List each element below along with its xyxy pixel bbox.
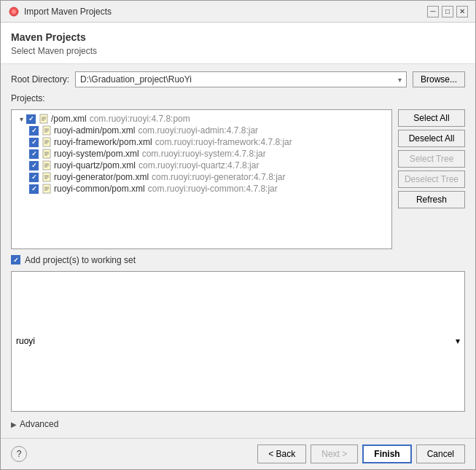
root-dir-label: Root Directory: xyxy=(11,74,69,85)
deselect-all-button[interactable]: Deselect All xyxy=(398,130,465,147)
generator-item-name: ruoyi-generator/pom.xml xyxy=(54,172,149,182)
tree-item-admin[interactable]: ruoyi-admin/pom.xml com.ruoyi:ruoyi-admi… xyxy=(28,125,389,136)
tree-item-root[interactable]: ▾ /pom.xml com.ruoyi:ruoyi:4.7.8:pom xyxy=(15,113,389,125)
system-item-name: ruoyi-system/pom.xml xyxy=(54,149,139,159)
admin-item-coord: com.ruoyi:ruoyi-admin:4.7.8:jar xyxy=(138,125,258,136)
help-button[interactable]: ? xyxy=(11,446,27,462)
framework-item-coord: com.ruoyi:ruoyi-framework:4.7.8:jar xyxy=(155,137,292,147)
projects-area: ▾ /pom.xml com.ruoyi:ruoyi:4.7.8:pom xyxy=(11,109,465,249)
title-bar-left: Import Maven Projects xyxy=(8,6,112,17)
framework-item-name: ruoyi-framework/pom.xml xyxy=(54,137,152,147)
tree-item-system[interactable]: ruoyi-system/pom.xml com.ruoyi:ruoyi-sys… xyxy=(28,148,389,160)
working-set-checkbox[interactable] xyxy=(11,255,20,265)
advanced-expand-icon: ▶ xyxy=(11,420,17,428)
refresh-button[interactable]: Refresh xyxy=(398,191,465,208)
select-all-button[interactable]: Select All xyxy=(398,109,465,127)
dialog-title: Import Maven Projects xyxy=(24,7,112,17)
file-icon-generator xyxy=(42,172,52,182)
quartz-item-name: ruoyi-quartz/pom.xml xyxy=(54,160,136,171)
next-button[interactable]: Next > xyxy=(311,444,358,463)
import-maven-dialog: Import Maven Projects ─ □ ✕ Maven Projec… xyxy=(0,0,476,470)
root-dir-input[interactable]: D:\Graduation_project\RuoYi ▾ xyxy=(75,71,407,87)
advanced-label: Advanced xyxy=(20,419,58,429)
root-dir-dropdown-arrow: ▾ xyxy=(398,76,402,84)
root-item-name: /pom.xml xyxy=(51,114,87,124)
bottom-left: ? xyxy=(11,446,27,462)
file-icon-root xyxy=(39,114,49,124)
working-set-row: Add project(s) to working set xyxy=(11,255,465,265)
quartz-item-coord: com.ruoyi:ruoyi-quartz:4.7.8:jar xyxy=(138,160,259,171)
browse-button[interactable]: Browse... xyxy=(413,71,465,87)
title-bar: Import Maven Projects ─ □ ✕ xyxy=(1,1,475,23)
checkbox-admin[interactable] xyxy=(29,126,39,136)
file-icon-framework xyxy=(42,137,52,147)
admin-item-name: ruoyi-admin/pom.xml xyxy=(54,125,135,136)
working-set-dropdown[interactable]: ruoyi ▾ xyxy=(11,271,465,412)
root-item-coord: com.ruoyi:ruoyi:4.7.8:pom xyxy=(90,114,190,124)
working-set-label: Add project(s) to working set xyxy=(25,255,136,265)
deselect-tree-button[interactable]: Deselect Tree xyxy=(398,171,465,188)
common-item-coord: com.ruoyi:ruoyi-common:4.7.8:jar xyxy=(148,184,278,194)
checkbox-system[interactable] xyxy=(29,149,39,159)
close-button[interactable]: ✕ xyxy=(456,6,468,17)
checkbox-common[interactable] xyxy=(29,184,39,194)
tree-root: ▾ /pom.xml com.ruoyi:ruoyi:4.7.8:pom xyxy=(15,113,389,195)
dialog-icon xyxy=(8,6,20,17)
generator-item-coord: com.ruoyi:ruoyi-generator:4.7.8:jar xyxy=(152,172,285,182)
header-title: Maven Projects xyxy=(11,31,465,43)
bottom-bar: ? < Back Next > Finish Cancel xyxy=(1,438,475,469)
back-button[interactable]: < Back xyxy=(257,444,306,463)
svg-point-1 xyxy=(12,9,16,14)
checkbox-generator[interactable] xyxy=(29,173,39,182)
tree-children: ruoyi-admin/pom.xml com.ruoyi:ruoyi-admi… xyxy=(28,125,389,195)
root-directory-row: Root Directory: D:\Graduation_project\Ru… xyxy=(11,71,465,87)
cancel-button[interactable]: Cancel xyxy=(416,444,465,463)
finish-button[interactable]: Finish xyxy=(362,444,411,463)
bottom-right: < Back Next > Finish Cancel xyxy=(257,444,465,463)
checkbox-root[interactable] xyxy=(26,114,36,124)
select-tree-button[interactable]: Select Tree xyxy=(398,150,465,168)
projects-label: Projects: xyxy=(11,93,465,103)
content-area: Root Directory: D:\Graduation_project\Ru… xyxy=(1,64,475,438)
working-set-value: ruoyi xyxy=(16,336,35,346)
common-item-name: ruoyi-common/pom.xml xyxy=(54,184,145,194)
tree-item-common[interactable]: ruoyi-common/pom.xml com.ruoyi:ruoyi-com… xyxy=(28,183,389,195)
checkbox-quartz[interactable] xyxy=(29,161,39,171)
system-item-coord: com.ruoyi:ruoyi-system:4.7.8:jar xyxy=(142,149,266,159)
tree-item-quartz[interactable]: ruoyi-quartz/pom.xml com.ruoyi:ruoyi-qua… xyxy=(28,160,389,171)
root-dir-value: D:\Graduation_project\RuoYi xyxy=(80,74,192,85)
checkbox-framework[interactable] xyxy=(29,138,39,147)
maximize-button[interactable]: □ xyxy=(442,6,453,17)
file-icon-admin xyxy=(42,125,52,136)
side-buttons: Select All Deselect All Select Tree Dese… xyxy=(398,109,465,249)
minimize-button[interactable]: ─ xyxy=(427,6,439,17)
tree-panel[interactable]: ▾ /pom.xml com.ruoyi:ruoyi:4.7.8:pom xyxy=(11,109,392,249)
header-subtitle: Select Maven projects xyxy=(11,46,465,56)
advanced-row[interactable]: ▶ Advanced xyxy=(11,418,465,431)
header-section: Maven Projects Select Maven projects xyxy=(1,23,475,64)
file-icon-system xyxy=(42,149,52,159)
title-bar-controls: ─ □ ✕ xyxy=(427,6,468,17)
working-set-dropdown-arrow: ▾ xyxy=(456,336,460,346)
file-icon-quartz xyxy=(42,160,52,171)
file-icon-common xyxy=(42,184,52,194)
tree-item-framework[interactable]: ruoyi-framework/pom.xml com.ruoyi:ruoyi-… xyxy=(28,136,389,148)
expand-icon[interactable]: ▾ xyxy=(16,114,26,124)
tree-item-generator[interactable]: ruoyi-generator/pom.xml com.ruoyi:ruoyi-… xyxy=(28,171,389,183)
